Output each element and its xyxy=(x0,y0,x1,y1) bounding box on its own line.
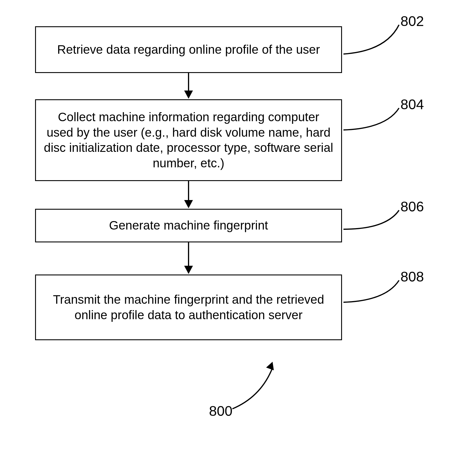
step-label-806: 806 xyxy=(400,199,424,215)
arrowhead-802-804 xyxy=(184,91,193,99)
step-label-808: 808 xyxy=(400,269,424,285)
step-text-804: Collect machine information regarding co… xyxy=(44,110,334,171)
arrow-802-804 xyxy=(188,73,189,92)
arrow-806-808 xyxy=(188,242,189,267)
step-box-808: Transmit the machine fingerprint and the… xyxy=(35,275,342,340)
leader-806 xyxy=(342,201,403,234)
step-label-804: 804 xyxy=(400,96,424,112)
arrowhead-806-808 xyxy=(184,266,193,274)
arrowhead-804-806 xyxy=(184,200,193,208)
step-box-802: Retrieve data regarding online profile o… xyxy=(35,26,342,73)
step-box-804: Collect machine information regarding co… xyxy=(35,99,342,181)
step-label-802: 802 xyxy=(400,13,424,29)
step-box-806: Generate machine fingerprint xyxy=(35,209,342,242)
step-text-808: Transmit the machine fingerprint and the… xyxy=(44,292,334,323)
leader-802 xyxy=(342,16,403,57)
leader-808 xyxy=(342,272,403,307)
step-text-802: Retrieve data regarding online profile o… xyxy=(57,42,320,58)
leader-804 xyxy=(342,99,403,134)
arrow-804-806 xyxy=(188,181,189,201)
leader-800 xyxy=(225,365,278,409)
step-text-806: Generate machine fingerprint xyxy=(109,218,268,233)
flowchart-diagram: Retrieve data regarding online profile o… xyxy=(0,0,449,476)
